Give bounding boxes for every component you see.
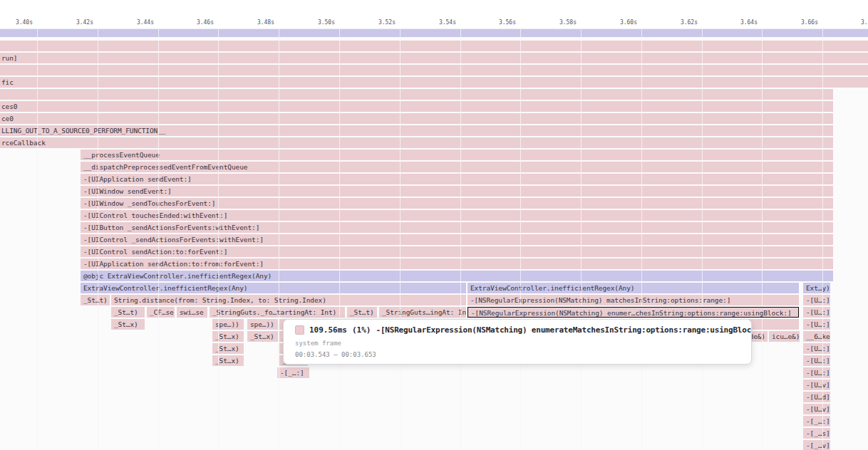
frame-bar[interactable]: -[_…:]: [803, 416, 830, 427]
time-gridline: [279, 28, 279, 450]
selected-frame-bar[interactable]: -[NSRegularExpression(NSMatching) enumer…: [467, 307, 799, 318]
frame-bar[interactable]: spe…)): [212, 319, 244, 330]
frame-bar[interactable]: String.distance(from: String.Index, to: …: [111, 295, 466, 305]
frame-bar[interactable]: -[U…:]: [803, 343, 830, 354]
frame-bar[interactable]: _St…t): [111, 307, 145, 318]
frame-bar[interactable]: -[NSRegularExpression(NSMatching) matche…: [467, 295, 799, 305]
frame-bar[interactable]: icu…e&): [769, 331, 800, 342]
frame-bar[interactable]: Ext…y): [803, 283, 830, 293]
time-gridline: [37, 28, 38, 450]
time-tick-label: 3.60s: [620, 19, 641, 26]
frame-bar[interactable]: ce0: [0, 113, 833, 124]
frame-bar[interactable]: _St…x): [212, 343, 244, 354]
frame-bar[interactable]: -[U…:]: [803, 319, 830, 330]
time-tick-label: 3.42s: [76, 19, 98, 26]
time-gridline: [520, 28, 521, 450]
frame-bar[interactable]: swi…se: [177, 307, 207, 318]
time-gridline: [158, 28, 159, 450]
frame-bar[interactable]: -[U…:]: [803, 307, 830, 318]
flame-chart: 3.40s3.42s3.44s3.46s3.48s3.50s3.52s3.54s…: [0, 0, 868, 450]
time-gridline: [400, 28, 401, 450]
time-ruler[interactable]: 3.40s3.42s3.44s3.46s3.48s3.50s3.52s3.54s…: [0, 0, 868, 29]
frame-color-swatch: [295, 325, 304, 335]
frame-bar[interactable]: LLING_OUT_TO_A_SOURCE0_PERFORM_FUNCTION_…: [0, 125, 833, 136]
frame-bar[interactable]: -[U…d]: [803, 392, 830, 402]
time-tick-label: 3.46s: [197, 19, 218, 26]
frame-tooltip: 109.56ms (1%) -[NSRegularExpression(NSMa…: [283, 319, 752, 365]
frame-bar[interactable]: _StringGuts…ingAt: Int): [379, 307, 466, 318]
frame-bar[interactable]: [0, 89, 833, 100]
frame-bar[interactable]: -[UIWindow sendEvent:]: [81, 186, 833, 197]
frame-bar[interactable]: _St…t): [347, 307, 377, 318]
time-tick-label: 3.44s: [137, 19, 158, 26]
frame-bar[interactable]: ces0: [0, 101, 833, 112]
tooltip-symbol: -[NSRegularExpression(NSMatching) enumer…: [376, 325, 752, 335]
time-gridline: [702, 28, 703, 450]
frame-bar[interactable]: [0, 41, 868, 51]
frame-bar[interactable]: rceCallback: [0, 137, 833, 148]
frame-bar[interactable]: -[U…v]: [803, 404, 830, 414]
frame-bar[interactable]: _St…x): [111, 319, 145, 330]
tooltip-duration: 109.56ms: [309, 325, 347, 335]
frame-bar[interactable]: _CF…se: [147, 307, 175, 318]
time-tick-label: 3.66s: [801, 19, 822, 26]
tooltip-percent: (1%): [352, 325, 371, 335]
frame-bar[interactable]: ExtraViewController.inefficientRegex(Any…: [467, 283, 799, 293]
frame-bar[interactable]: -[UIControl sendAction:to:forEvent:]: [81, 246, 833, 257]
time-tick-label: 3.58s: [559, 19, 581, 26]
time-tick-label: 3.40s: [16, 19, 37, 26]
time-tick-label: 3.: [861, 19, 868, 26]
frame-bar[interactable]: fic: [0, 77, 868, 88]
frame-bar[interactable]: ExtraViewController.inefficientRegex(Any…: [81, 283, 466, 293]
time-gridline: [460, 28, 461, 450]
frame-bar[interactable]: [0, 65, 868, 75]
frame-bar[interactable]: __6…ke: [803, 331, 830, 342]
frame-bar[interactable]: -[_…v]: [803, 440, 830, 450]
frame-bar[interactable]: -[U…:]: [803, 367, 830, 378]
time-tick-label: 3.48s: [257, 19, 279, 26]
frame-bar[interactable]: -[U…:]: [803, 355, 830, 366]
frame-bar[interactable]: __processEventQueue: [81, 150, 833, 160]
time-gridline: [822, 28, 823, 450]
frame-bar[interactable]: _StringGuts._fo…tartingAt: Int): [210, 307, 345, 318]
frame-bar[interactable]: -[UIApplication sendAction:to:from:forEv…: [81, 258, 833, 269]
time-tick-label: 3.54s: [439, 19, 460, 26]
frame-bar[interactable]: _St…x): [212, 331, 244, 342]
frame-bar[interactable]: spe…)): [247, 319, 278, 330]
frame-bar[interactable]: @objc ExtraViewController.inefficientReg…: [81, 271, 833, 281]
frame-bar[interactable]: _St…x): [212, 355, 244, 366]
time-tick-label: 3.50s: [318, 19, 339, 26]
frame-bar[interactable]: -[UIButton _sendActionsForEvents:withEve…: [81, 222, 833, 233]
tooltip-title-line: 109.56ms (1%) -[NSRegularExpression(NSMa…: [295, 325, 740, 335]
frame-bar[interactable]: [0, 29, 868, 37]
time-gridline: [339, 28, 340, 450]
frame-bar[interactable]: __dispatchPreprocessedEventFromEventQueu…: [81, 162, 833, 172]
frame-bar[interactable]: -[_…s]: [803, 428, 830, 439]
time-tick-label: 3.52s: [378, 19, 400, 26]
frame-bar[interactable]: run]: [0, 53, 868, 63]
frame-bar[interactable]: -[U…v]: [803, 380, 830, 390]
time-gridline: [581, 28, 582, 450]
time-tick-label: 3.64s: [740, 19, 762, 26]
time-tick-label: 3.62s: [681, 19, 702, 26]
frame-bar[interactable]: -[UIWindow _sendTouchesForEvent:]: [81, 198, 833, 209]
frame-bar[interactable]: -[U…:]: [803, 295, 830, 305]
frame-bar[interactable]: -[UIControl _sendActionsForEvents:withEv…: [81, 234, 833, 245]
time-gridline: [98, 28, 98, 450]
frame-bar[interactable]: _St…t): [81, 295, 110, 305]
tooltip-time-range: 00:03.543 — 00:03.653: [295, 351, 740, 358]
time-gridline: [762, 28, 763, 450]
time-tick-label: 3.56s: [499, 19, 520, 26]
tooltip-note: system frame: [295, 340, 740, 347]
time-gridline: [641, 28, 642, 450]
frame-bar[interactable]: -[UIControl touchesEnded:withEvent:]: [81, 210, 833, 221]
frame-bar[interactable]: _St…x): [247, 331, 278, 342]
time-gridline: [218, 28, 219, 450]
frame-bar[interactable]: -[_…:]: [277, 367, 309, 378]
frame-bar[interactable]: -[UIApplication sendEvent:]: [81, 174, 833, 184]
